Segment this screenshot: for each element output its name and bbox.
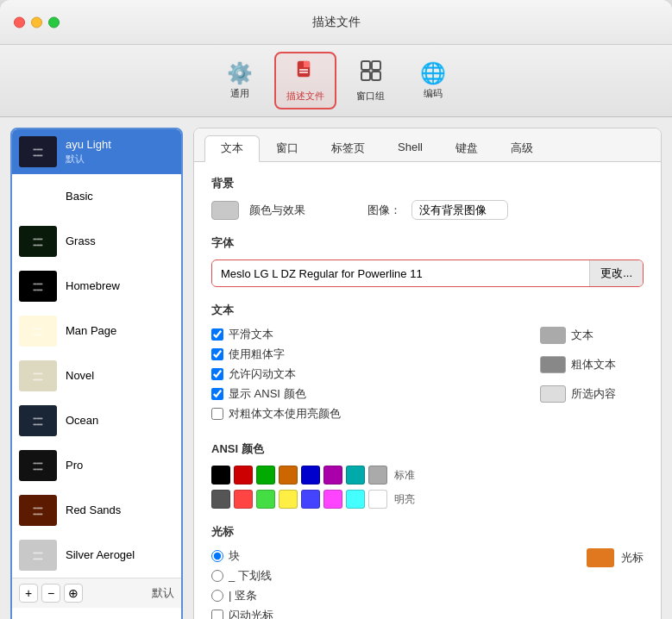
ansi-standard-swatch[interactable] <box>211 466 230 485</box>
profile-thumbnail: ▬▬▬▬▬▬ <box>19 360 57 391</box>
background-section: 背景 颜色与效果 图像： 没有背景图像 <box>211 176 644 220</box>
sidebar-item-grass[interactable]: ▬▬▬▬▬▬Grass <box>12 219 181 264</box>
sidebar-item-ocean[interactable]: ▬▬▬▬▬▬Ocean <box>12 398 181 443</box>
ansi-title: ANSI 颜色 <box>211 441 644 457</box>
ansi-standard-swatch[interactable] <box>234 466 253 485</box>
ansi-bright-swatch[interactable] <box>234 490 253 509</box>
text-section: 文本 平滑文本使用粗体字允许闪动文本显示 ANSI 颜色对粗体文本使用亮颜色 文… <box>211 303 644 426</box>
cursor-radio-vbar[interactable] <box>211 590 223 602</box>
add-profile-button[interactable]: + <box>19 584 38 603</box>
minimize-button[interactable] <box>31 16 42 28</box>
background-row: 颜色与效果 图像： 没有背景图像 <box>211 200 644 220</box>
tab-tab[interactable]: 标签页 <box>315 135 381 161</box>
ansi-standard-swatch[interactable] <box>279 466 298 485</box>
profile-name: Red Sands <box>66 503 121 518</box>
checkbox-bright-bold[interactable] <box>211 408 223 420</box>
cursor-option-label-block: 块 <box>229 548 240 564</box>
profile-thumbnail: ▬▬▬▬▬▬ <box>19 136 57 167</box>
text-color-swatch[interactable] <box>540 356 566 373</box>
ansi-standard-swatch[interactable] <box>256 466 275 485</box>
sidebar-item-man-page[interactable]: ▬▬▬▬▬▬Man Page <box>12 309 181 353</box>
profile-thumbnail: ▬▬▬▬▬▬ <box>19 316 57 347</box>
sidebar-item-ayu-light[interactable]: ▬▬▬▬▬▬ayu Light默认 <box>12 129 181 174</box>
ansi-standard-swatch[interactable] <box>301 466 320 485</box>
tab-shell[interactable]: Shell <box>381 135 439 161</box>
change-font-button[interactable]: 更改... <box>589 260 643 286</box>
sidebar-item-basic[interactable]: ▬▬▬▬▬▬Basic <box>12 174 181 219</box>
checkbox-ansi-color[interactable] <box>211 388 223 400</box>
ansi-bright-swatch[interactable] <box>323 490 342 509</box>
checkbox-blink[interactable] <box>211 368 223 380</box>
ansi-bright-swatch[interactable] <box>368 490 387 509</box>
ansi-bright-swatch[interactable] <box>256 490 275 509</box>
ansi-standard-row: 标准 <box>211 466 644 485</box>
checkbox-bold[interactable] <box>211 348 223 360</box>
text-color-swatch[interactable] <box>540 385 566 403</box>
toolbar-encoding-label: 编码 <box>424 87 443 100</box>
ansi-bright-swatch[interactable] <box>279 490 298 509</box>
tab-keyboard[interactable]: 键盘 <box>439 135 494 161</box>
profile-thumbnail: ▬▬▬▬▬▬ <box>19 540 57 571</box>
checkbox-label-smooth: 平滑文本 <box>229 327 273 342</box>
tab-text[interactable]: 文本 <box>204 135 260 162</box>
ansi-bright-swatch[interactable] <box>211 490 230 509</box>
toolbar-general-label: 通用 <box>230 87 249 100</box>
background-color-box[interactable] <box>211 201 239 220</box>
cursor-option-label-underline: _ 下划线 <box>229 568 272 584</box>
svg-rect-5 <box>372 61 380 70</box>
close-button[interactable] <box>14 16 25 28</box>
titlebar: 描述文件 <box>0 0 672 45</box>
background-image-select[interactable]: 没有背景图像 <box>411 200 508 220</box>
profiles-icon <box>293 59 317 88</box>
sidebar-item-homebrew[interactable]: ▬▬▬▬▬▬Homebrew <box>12 264 181 309</box>
toolbar-profiles-label: 描述文件 <box>286 90 324 103</box>
remove-profile-button[interactable]: − <box>41 584 60 603</box>
toolbar-encoding[interactable]: 🌐 编码 <box>405 56 461 105</box>
profile-thumbnail: ▬▬▬▬▬▬ <box>19 271 57 302</box>
text-color-swatch[interactable] <box>540 327 566 344</box>
text-colors: 文本粗体文本所选内容 <box>540 327 644 426</box>
ansi-standard-swatch[interactable] <box>346 466 365 485</box>
toolbar-profiles[interactable]: 描述文件 <box>274 52 336 109</box>
toolbar-general[interactable]: ⚙️ 通用 <box>212 56 267 105</box>
profile-name: Silver Aerogel <box>66 548 135 563</box>
default-label: 默认 <box>152 585 174 601</box>
cursor-radio-block[interactable] <box>211 550 223 562</box>
cursor-color-preview[interactable] <box>587 548 614 567</box>
cursor-option-row-vbar: | 竖条 <box>211 588 552 603</box>
text-color-label: 所选内容 <box>571 386 616 402</box>
checkbox-label-bright-bold: 对粗体文本使用亮颜色 <box>229 406 341 422</box>
options-button[interactable]: ⊕ <box>64 584 83 603</box>
cursor-blink-checkbox[interactable] <box>211 610 223 619</box>
ansi-bright-swatch[interactable] <box>346 490 365 509</box>
profile-thumbnail: ▬▬▬▬▬▬ <box>19 495 57 526</box>
sidebar-item-novel[interactable]: ▬▬▬▬▬▬Novel <box>12 353 181 398</box>
sidebar-item-silver-aerogel[interactable]: ▬▬▬▬▬▬Silver Aerogel <box>12 533 181 578</box>
maximize-button[interactable] <box>48 16 60 28</box>
font-row: Meslo LG L DZ Regular for Powerline 11 更… <box>211 259 644 287</box>
cursor-radio-underline[interactable] <box>211 570 223 582</box>
ansi-standard-swatch[interactable] <box>323 466 342 485</box>
background-title: 背景 <box>211 176 644 191</box>
color-effects-label: 颜色与效果 <box>249 203 305 218</box>
svg-rect-1 <box>304 61 310 67</box>
text-color-label: 粗体文本 <box>571 357 616 372</box>
svg-rect-4 <box>361 61 370 70</box>
sidebar-item-pro[interactable]: ▬▬▬▬▬▬Pro <box>12 443 181 488</box>
tab-window[interactable]: 窗口 <box>260 135 315 161</box>
checkbox-label-blink: 允许闪动文本 <box>229 366 296 382</box>
profile-thumbnail: ▬▬▬▬▬▬ <box>19 226 57 257</box>
checkbox-smooth[interactable] <box>211 328 223 341</box>
ansi-bright-swatch[interactable] <box>301 490 320 509</box>
ansi-standard-swatch[interactable] <box>368 466 387 485</box>
tab-bar: 文本窗口标签页Shell键盘高级 <box>194 128 661 162</box>
checkbox-row-bold: 使用粗体字 <box>211 347 523 362</box>
sidebar-item-red-sands[interactable]: ▬▬▬▬▬▬Red Sands <box>12 488 181 533</box>
cursor-color-label: 光标 <box>621 550 644 566</box>
toolbar-window-groups[interactable]: 窗口组 <box>343 53 399 108</box>
tab-advanced[interactable]: 高级 <box>494 135 550 161</box>
gear-icon: ⚙️ <box>227 61 253 85</box>
image-label: 图像： <box>367 203 401 218</box>
panel-body: 背景 颜色与效果 图像： 没有背景图像 字体 <box>194 162 661 619</box>
sidebar-footer: + − ⊕ 默认 <box>12 578 181 608</box>
